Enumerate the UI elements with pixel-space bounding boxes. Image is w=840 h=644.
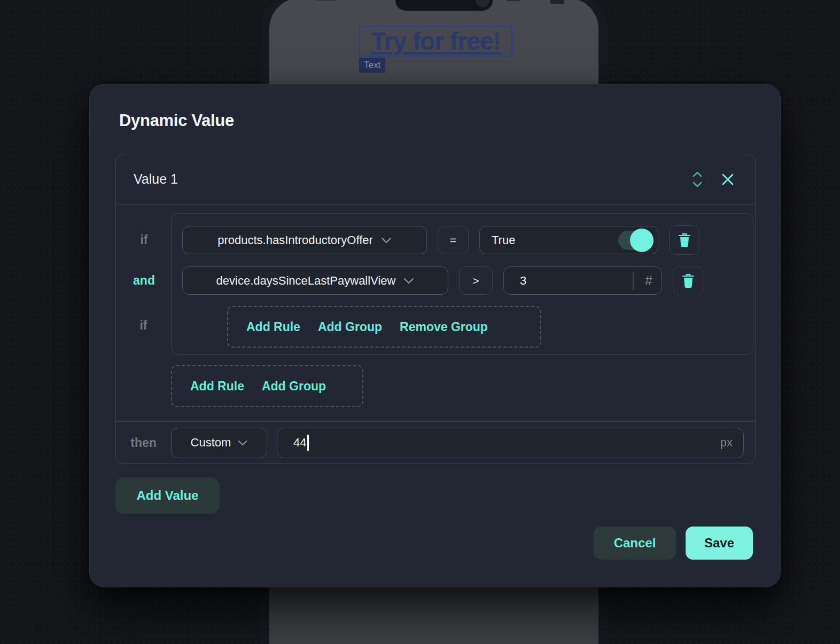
group-actions: Add Rule Add Group Remove Group bbox=[227, 306, 541, 348]
chevron-down-icon bbox=[381, 237, 392, 244]
reorder-value-button[interactable] bbox=[690, 170, 704, 189]
element-type-badge: Text bbox=[359, 58, 385, 73]
selected-text-element[interactable]: Try for free! bbox=[359, 26, 512, 57]
modal-title: Dynamic Value bbox=[119, 111, 234, 130]
trash-icon bbox=[678, 233, 691, 247]
statusbar-signal-stub bbox=[507, 0, 520, 1]
cancel-button[interactable]: Cancel bbox=[594, 527, 676, 560]
value-card-header: Value 1 bbox=[116, 154, 755, 205]
value-type-select[interactable]: Custom bbox=[171, 428, 267, 458]
field-select[interactable]: products.hasIntroductoryOffer bbox=[182, 226, 427, 254]
remove-value-button[interactable] bbox=[720, 172, 735, 187]
rule-prefix-label: and bbox=[116, 273, 172, 288]
add-group-button[interactable]: Add Group bbox=[318, 320, 382, 334]
trash-icon bbox=[682, 274, 695, 288]
then-row: then Custom 44 px bbox=[116, 421, 755, 464]
number-value-input[interactable]: 3 # bbox=[503, 266, 662, 295]
cta-text[interactable]: Try for free! bbox=[371, 27, 501, 56]
custom-value-input[interactable]: 44 px bbox=[277, 428, 744, 458]
close-icon bbox=[720, 172, 735, 187]
condition-group: if products.hasIntroductoryOffer = True bbox=[171, 213, 753, 355]
custom-value-text: 44 bbox=[293, 436, 306, 450]
number-type-icon: # bbox=[645, 273, 652, 288]
dynamic-value-modal: Dynamic Value Value 1 bbox=[89, 84, 781, 587]
value-card-title: Value 1 bbox=[134, 171, 178, 187]
rule-row: and device.daysSinceLastPaywallView > 3 … bbox=[116, 266, 753, 295]
save-button[interactable]: Save bbox=[686, 527, 753, 560]
field-select-value: products.hasIntroductoryOffer bbox=[217, 233, 373, 247]
value-card: Value 1 if bbox=[115, 154, 756, 464]
add-rule-button[interactable]: Add Rule bbox=[246, 320, 300, 334]
field-select-value: device.daysSinceLastPaywallView bbox=[216, 274, 396, 288]
canvas-background: Try for free! Text Dynamic Value Value 1 bbox=[0, 0, 840, 644]
outer-actions: Add Rule Add Group bbox=[171, 365, 363, 407]
rule-prefix-label: if bbox=[116, 233, 172, 247]
outer-condition-label: if bbox=[116, 318, 171, 333]
chevron-down-icon bbox=[238, 440, 247, 446]
operator-button[interactable]: = bbox=[438, 226, 469, 254]
boolean-toggle[interactable] bbox=[618, 231, 651, 250]
remove-group-button[interactable]: Remove Group bbox=[400, 320, 488, 334]
sort-chevrons-icon bbox=[690, 170, 704, 189]
camera-icon bbox=[476, 0, 489, 7]
input-divider bbox=[633, 272, 634, 290]
dynamic-island bbox=[395, 0, 493, 11]
statusbar-time-stub bbox=[315, 0, 336, 1]
text-caret bbox=[307, 435, 309, 451]
unit-label: px bbox=[720, 436, 743, 450]
chevron-down-icon bbox=[403, 278, 414, 284]
add-rule-button[interactable]: Add Rule bbox=[190, 379, 244, 394]
field-select[interactable]: device.daysSinceLastPaywallView bbox=[182, 266, 448, 295]
add-group-button[interactable]: Add Group bbox=[262, 379, 326, 394]
boolean-value-field: True bbox=[479, 226, 658, 254]
value-type-selected: Custom bbox=[191, 436, 231, 450]
delete-rule-button[interactable] bbox=[673, 266, 703, 295]
toggle-knob bbox=[630, 229, 654, 252]
delete-rule-button[interactable] bbox=[669, 225, 699, 255]
number-value-text: 3 bbox=[520, 274, 526, 288]
statusbar-battery-stub bbox=[550, 0, 564, 4]
operator-button[interactable]: > bbox=[459, 266, 493, 295]
rules-area: if if products.hasIntroductoryOffer = Tr… bbox=[116, 205, 755, 422]
then-label: then bbox=[116, 436, 171, 450]
boolean-value-label: True bbox=[492, 233, 515, 247]
add-value-button[interactable]: Add Value bbox=[115, 477, 220, 514]
rule-row: if products.hasIntroductoryOffer = True bbox=[116, 225, 753, 255]
